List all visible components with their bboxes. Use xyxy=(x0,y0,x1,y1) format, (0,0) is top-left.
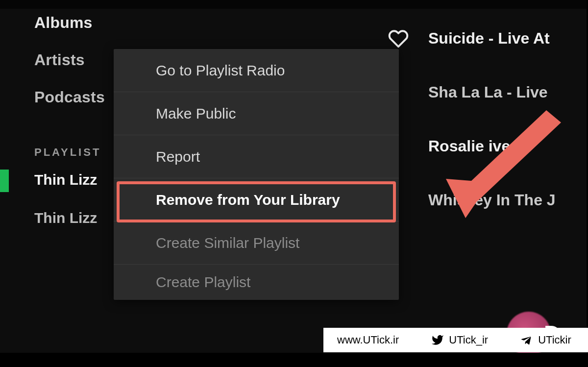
sidebar-item-artists[interactable]: Artists xyxy=(34,51,85,69)
menu-item-make-public[interactable]: Make Public xyxy=(114,92,399,135)
attribution-twitter: UTick_ir xyxy=(431,334,488,346)
menu-item-remove-from-library[interactable]: Remove from Your Library xyxy=(114,178,399,221)
sidebar-item-podcasts[interactable]: Podcasts xyxy=(34,88,105,106)
heart-icon[interactable] xyxy=(388,28,409,51)
sidebar-section-heading: PLAYLIST xyxy=(34,146,101,159)
playlist-item-2[interactable]: Thin Lizz xyxy=(34,210,97,226)
attribution-telegram: UTickir xyxy=(520,334,571,346)
playlist-item-1[interactable]: Thin Lizz xyxy=(34,171,97,188)
attribution-website: www.UTick.ir xyxy=(337,334,399,346)
menu-item-report[interactable]: Report xyxy=(114,135,399,178)
song-row-1[interactable]: Suicide - Live At xyxy=(428,29,550,48)
menu-item-create-similar-playlist[interactable]: Create Similar Playlist xyxy=(114,221,399,265)
menu-item-playlist-radio[interactable]: Go to Playlist Radio xyxy=(114,49,399,92)
attribution-bar: www.UTick.ir UTick_ir UTickir xyxy=(323,328,588,352)
attribution-twitter-text: UTick_ir xyxy=(449,334,488,346)
telegram-icon xyxy=(520,334,533,346)
svg-marker-0 xyxy=(463,110,561,201)
attribution-website-text: www.UTick.ir xyxy=(337,334,399,346)
active-playlist-indicator xyxy=(0,170,9,192)
twitter-icon xyxy=(431,334,444,346)
song-row-2[interactable]: Sha La La - Live xyxy=(428,83,548,101)
window-top-bar xyxy=(0,0,588,9)
song-row-4[interactable]: Whiskey In The J xyxy=(428,191,556,209)
song-row-3[interactable]: Rosalie ive At xyxy=(428,137,531,155)
context-menu: Go to Playlist Radio Make Public Report … xyxy=(114,49,399,300)
menu-item-create-playlist[interactable]: Create Playlist xyxy=(114,265,399,300)
attribution-telegram-text: UTickir xyxy=(538,334,571,346)
sidebar-item-albums[interactable]: Albums xyxy=(34,14,93,32)
